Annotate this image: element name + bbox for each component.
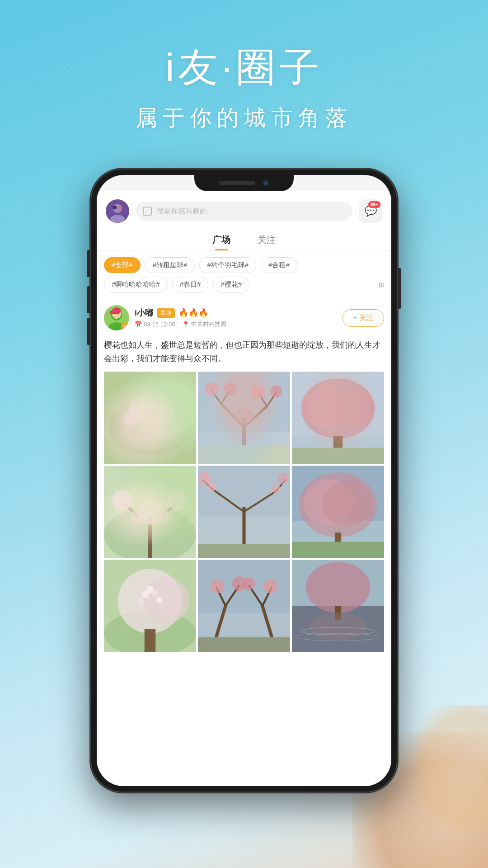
post-image-3[interactable] <box>292 372 384 464</box>
svg-rect-84 <box>145 629 155 652</box>
svg-point-50 <box>112 490 132 510</box>
svg-point-20 <box>145 401 150 406</box>
phone-notch <box>194 175 294 191</box>
svg-rect-23 <box>198 372 290 464</box>
svg-line-49 <box>150 503 178 526</box>
page-wrapper: i友·圈子 属于你的城市角落 <box>0 0 488 868</box>
notch-camera <box>263 180 269 186</box>
post-image-8[interactable] <box>198 560 290 652</box>
tab-关注[interactable]: 关注 <box>258 234 276 250</box>
svg-point-4 <box>119 206 122 209</box>
svg-line-28 <box>212 390 221 404</box>
hero-title-main: i友·圈子 <box>136 41 352 94</box>
svg-point-17 <box>154 403 174 424</box>
svg-point-16 <box>145 395 164 413</box>
post-fire-icons: 🔥🔥🔥 <box>178 308 208 318</box>
user-avatar[interactable] <box>106 199 129 223</box>
svg-point-42 <box>329 388 375 427</box>
svg-line-48 <box>122 503 150 526</box>
svg-rect-44 <box>292 448 384 464</box>
hero-title: i友·圈子 属于你的城市角落 <box>136 41 352 132</box>
svg-line-31 <box>267 392 276 406</box>
tag-合租[interactable]: #合租# <box>261 257 297 273</box>
tag-春日[interactable]: #春日# <box>172 277 209 292</box>
post-image-5[interactable] <box>198 466 290 558</box>
svg-rect-73 <box>292 542 384 558</box>
svg-point-19 <box>141 404 146 409</box>
svg-point-78 <box>143 577 189 623</box>
svg-point-82 <box>137 598 144 604</box>
search-icon <box>143 207 152 216</box>
svg-rect-37 <box>198 446 290 464</box>
svg-point-36 <box>236 407 253 424</box>
svg-point-96 <box>242 577 255 590</box>
tag-全部[interactable]: #全部# <box>104 257 141 273</box>
svg-point-65 <box>272 484 281 493</box>
svg-point-32 <box>205 382 219 396</box>
post-image-2[interactable] <box>198 372 290 464</box>
svg-line-30 <box>258 392 267 406</box>
tab-广场[interactable]: 广场 <box>212 234 230 250</box>
svg-point-35 <box>270 386 282 398</box>
svg-point-3 <box>113 206 117 209</box>
follow-button[interactable]: + 关注 <box>343 309 384 327</box>
post-card: v i小嘟 置顶 🔥🔥🔥 <box>97 299 391 652</box>
post-image-grid <box>104 372 384 652</box>
notification-badge: 99+ <box>368 201 380 208</box>
tags-row-1: #全部# #转租星球# #约个羽毛球# #合租# <box>97 251 391 277</box>
post-avatar[interactable]: v <box>104 305 129 330</box>
post-sticky-badge: 置顶 <box>157 308 175 318</box>
phone-screen: 搜索你感兴趣的 💬 99+ 广场 关注 #全部# <box>97 175 391 786</box>
tag-樱花[interactable]: #樱花# <box>213 277 249 292</box>
svg-point-64 <box>207 482 216 491</box>
svg-point-15 <box>129 397 152 420</box>
post-username: i小嘟 <box>135 307 153 318</box>
tag-啊哈[interactable]: #啊哈哈哈哈哈# <box>104 277 168 292</box>
post-image-7[interactable] <box>104 560 196 652</box>
svg-point-33 <box>224 383 237 396</box>
svg-point-93 <box>211 580 225 594</box>
svg-rect-43 <box>333 436 343 464</box>
svg-point-95 <box>264 580 278 594</box>
svg-line-26 <box>221 404 244 427</box>
post-image-9[interactable] <box>292 560 384 652</box>
post-image-4[interactable] <box>104 466 196 558</box>
phone-outer: 搜索你感兴趣的 💬 99+ 广场 关注 #全部# <box>90 169 398 793</box>
svg-rect-45 <box>104 466 196 558</box>
svg-line-27 <box>244 406 267 427</box>
svg-point-52 <box>137 499 163 525</box>
post-user-info: i小嘟 置顶 🔥🔥🔥 📅 03-15 12:00 <box>135 307 337 328</box>
svg-point-81 <box>146 586 154 594</box>
svg-point-63 <box>277 473 288 484</box>
svg-point-18 <box>123 410 140 426</box>
notification-button[interactable]: 💬 99+ <box>359 199 382 223</box>
svg-point-83 <box>156 597 162 604</box>
svg-point-51 <box>168 490 188 510</box>
deco-blob-2 <box>416 705 488 832</box>
post-header: v i小嘟 置顶 🔥🔥🔥 <box>104 305 384 330</box>
app-content: 搜索你感兴趣的 💬 99+ 广场 关注 #全部# <box>97 191 391 786</box>
svg-point-53 <box>131 509 146 524</box>
avatar-verified-badge: v <box>121 322 129 330</box>
svg-point-14 <box>108 400 192 455</box>
svg-line-29 <box>221 390 230 404</box>
search-placeholder: 搜索你感兴趣的 <box>156 207 207 216</box>
app-tabs: 广场 关注 <box>97 229 391 251</box>
post-text: 樱花也如人生，盛世总是短暂的，但也正因为那些短逝的绽放，我们的人生才会出彩，我们… <box>104 334 384 372</box>
svg-point-22 <box>136 410 141 415</box>
post-meta: 📅 03-15 12:00 📍 中关村科技园 <box>135 320 337 328</box>
svg-rect-38 <box>292 372 384 464</box>
post-date: 📅 03-15 12:00 <box>135 321 175 328</box>
svg-point-54 <box>154 508 169 523</box>
post-username-row: i小嘟 置顶 🔥🔥🔥 <box>135 307 337 318</box>
tag-转租星球[interactable]: #转租星球# <box>145 257 195 273</box>
more-tags-icon[interactable]: ⊞ <box>379 281 384 288</box>
tags-row-2: #啊哈哈哈哈哈# #春日# #樱花# ⊞ <box>97 277 391 299</box>
post-image-1[interactable] <box>104 372 196 464</box>
svg-rect-66 <box>198 544 290 558</box>
post-image-6[interactable] <box>292 466 384 558</box>
tag-羽毛球[interactable]: #约个羽毛球# <box>199 257 256 273</box>
svg-point-103 <box>310 613 366 641</box>
search-bar[interactable]: 搜索你感兴趣的 <box>136 202 352 221</box>
date-icon: 📅 <box>135 321 142 328</box>
